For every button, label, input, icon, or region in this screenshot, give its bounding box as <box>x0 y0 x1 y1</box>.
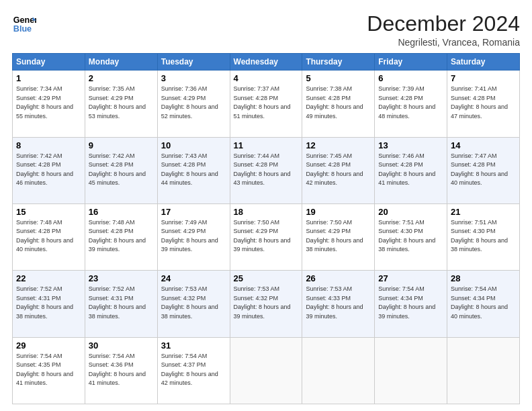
day-info: Sunrise: 7:42 AMSunset: 4:28 PMDaylight:… <box>89 152 146 187</box>
col-friday: Friday <box>375 54 447 71</box>
calendar-row: 22Sunrise: 7:52 AMSunset: 4:31 PMDayligh… <box>13 271 520 337</box>
day-info: Sunrise: 7:54 AMSunset: 4:34 PMDaylight:… <box>378 285 435 320</box>
table-row: 14Sunrise: 7:47 AMSunset: 4:28 PMDayligh… <box>447 137 520 203</box>
table-row: 6Sunrise: 7:39 AMSunset: 4:28 PMDaylight… <box>375 71 447 137</box>
day-number: 14 <box>451 140 516 150</box>
table-row: 30Sunrise: 7:54 AMSunset: 4:36 PMDayligh… <box>85 337 157 404</box>
day-info: Sunrise: 7:44 AMSunset: 4:28 PMDaylight:… <box>234 152 291 187</box>
calendar-row: 29Sunrise: 7:54 AMSunset: 4:35 PMDayligh… <box>13 337 520 404</box>
day-info: Sunrise: 7:46 AMSunset: 4:28 PMDaylight:… <box>378 152 435 187</box>
day-number: 12 <box>306 140 371 150</box>
day-number: 10 <box>161 140 226 150</box>
table-row: 16Sunrise: 7:48 AMSunset: 4:28 PMDayligh… <box>85 203 157 270</box>
table-row: 13Sunrise: 7:46 AMSunset: 4:28 PMDayligh… <box>375 137 447 203</box>
col-saturday: Saturday <box>447 54 520 71</box>
table-row: 25Sunrise: 7:53 AMSunset: 4:32 PMDayligh… <box>230 271 302 337</box>
day-info: Sunrise: 7:37 AMSunset: 4:28 PMDaylight:… <box>234 85 291 120</box>
day-number: 3 <box>161 73 226 83</box>
calendar-table: Sunday Monday Tuesday Wednesday Thursday… <box>12 53 520 404</box>
day-number: 18 <box>234 207 299 217</box>
day-number: 27 <box>378 273 443 283</box>
day-number: 9 <box>89 140 154 150</box>
table-row: 28Sunrise: 7:54 AMSunset: 4:34 PMDayligh… <box>447 271 520 337</box>
day-info: Sunrise: 7:36 AMSunset: 4:29 PMDaylight:… <box>161 85 218 120</box>
day-info: Sunrise: 7:52 AMSunset: 4:31 PMDaylight:… <box>89 285 146 320</box>
day-number: 15 <box>16 207 81 217</box>
day-info: Sunrise: 7:54 AMSunset: 4:37 PMDaylight:… <box>161 353 218 387</box>
day-info: Sunrise: 7:35 AMSunset: 4:29 PMDaylight:… <box>89 85 146 120</box>
day-info: Sunrise: 7:52 AMSunset: 4:31 PMDaylight:… <box>16 285 73 320</box>
day-info: Sunrise: 7:41 AMSunset: 4:28 PMDaylight:… <box>451 85 508 120</box>
day-number: 16 <box>89 207 154 217</box>
table-row: 31Sunrise: 7:54 AMSunset: 4:37 PMDayligh… <box>157 337 230 404</box>
day-number: 1 <box>16 73 81 83</box>
table-row: 7Sunrise: 7:41 AMSunset: 4:28 PMDaylight… <box>447 71 520 137</box>
table-row: 17Sunrise: 7:49 AMSunset: 4:29 PMDayligh… <box>157 203 230 270</box>
day-info: Sunrise: 7:50 AMSunset: 4:29 PMDaylight:… <box>306 219 363 253</box>
day-info: Sunrise: 7:54 AMSunset: 4:36 PMDaylight:… <box>89 353 146 387</box>
table-row: 4Sunrise: 7:37 AMSunset: 4:28 PMDaylight… <box>230 71 302 137</box>
col-wednesday: Wednesday <box>230 54 302 71</box>
day-info: Sunrise: 7:51 AMSunset: 4:30 PMDaylight:… <box>451 219 508 253</box>
day-number: 8 <box>16 140 81 150</box>
day-number: 30 <box>89 340 154 351</box>
table-row: 27Sunrise: 7:54 AMSunset: 4:34 PMDayligh… <box>375 271 447 337</box>
day-number: 7 <box>451 73 516 83</box>
title-block: December 2024 Negrilesti, Vrancea, Roman… <box>367 12 520 48</box>
day-info: Sunrise: 7:45 AMSunset: 4:28 PMDaylight:… <box>306 152 363 187</box>
table-row: 3Sunrise: 7:36 AMSunset: 4:29 PMDaylight… <box>157 71 230 137</box>
table-row: 11Sunrise: 7:44 AMSunset: 4:28 PMDayligh… <box>230 137 302 203</box>
table-row: 15Sunrise: 7:48 AMSunset: 4:28 PMDayligh… <box>13 203 85 270</box>
calendar-body: 1Sunrise: 7:34 AMSunset: 4:29 PMDaylight… <box>13 71 520 404</box>
page: General Blue December 2024 Negrilesti, V… <box>0 0 532 411</box>
day-number: 5 <box>306 73 371 83</box>
day-info: Sunrise: 7:49 AMSunset: 4:29 PMDaylight:… <box>161 219 218 253</box>
day-info: Sunrise: 7:47 AMSunset: 4:28 PMDaylight:… <box>451 152 508 187</box>
table-row: 8Sunrise: 7:42 AMSunset: 4:28 PMDaylight… <box>13 137 85 203</box>
day-info: Sunrise: 7:54 AMSunset: 4:34 PMDaylight:… <box>451 285 508 320</box>
day-info: Sunrise: 7:48 AMSunset: 4:28 PMDaylight:… <box>89 219 146 253</box>
table-row <box>230 337 302 404</box>
col-sunday: Sunday <box>13 54 85 71</box>
col-monday: Monday <box>85 54 157 71</box>
calendar-row: 8Sunrise: 7:42 AMSunset: 4:28 PMDaylight… <box>13 137 520 203</box>
day-number: 21 <box>451 207 516 217</box>
day-info: Sunrise: 7:50 AMSunset: 4:29 PMDaylight:… <box>234 219 291 253</box>
table-row: 23Sunrise: 7:52 AMSunset: 4:31 PMDayligh… <box>85 271 157 337</box>
table-row: 10Sunrise: 7:43 AMSunset: 4:28 PMDayligh… <box>157 137 230 203</box>
table-row: 9Sunrise: 7:42 AMSunset: 4:28 PMDaylight… <box>85 137 157 203</box>
day-info: Sunrise: 7:48 AMSunset: 4:28 PMDaylight:… <box>16 219 73 253</box>
day-info: Sunrise: 7:43 AMSunset: 4:28 PMDaylight:… <box>161 152 218 187</box>
day-number: 26 <box>306 273 371 283</box>
subtitle: Negrilesti, Vrancea, Romania <box>367 37 520 48</box>
day-number: 24 <box>161 273 226 283</box>
day-info: Sunrise: 7:39 AMSunset: 4:28 PMDaylight:… <box>378 85 435 120</box>
day-number: 22 <box>16 273 81 283</box>
day-info: Sunrise: 7:53 AMSunset: 4:32 PMDaylight:… <box>161 285 218 320</box>
calendar-row: 15Sunrise: 7:48 AMSunset: 4:28 PMDayligh… <box>13 203 520 270</box>
day-number: 31 <box>161 340 226 351</box>
table-row: 20Sunrise: 7:51 AMSunset: 4:30 PMDayligh… <box>375 203 447 270</box>
day-number: 17 <box>161 207 226 217</box>
day-number: 25 <box>234 273 299 283</box>
day-number: 28 <box>451 273 516 283</box>
table-row <box>375 337 447 404</box>
day-info: Sunrise: 7:53 AMSunset: 4:33 PMDaylight:… <box>306 285 363 320</box>
day-number: 23 <box>89 273 154 283</box>
day-info: Sunrise: 7:34 AMSunset: 4:29 PMDaylight:… <box>16 85 73 120</box>
main-title: December 2024 <box>367 12 520 36</box>
table-row: 2Sunrise: 7:35 AMSunset: 4:29 PMDaylight… <box>85 71 157 137</box>
calendar-row: 1Sunrise: 7:34 AMSunset: 4:29 PMDaylight… <box>13 71 520 137</box>
generalblue-logo-icon: General Blue <box>12 12 36 36</box>
day-info: Sunrise: 7:53 AMSunset: 4:32 PMDaylight:… <box>234 285 291 320</box>
table-row: 21Sunrise: 7:51 AMSunset: 4:30 PMDayligh… <box>447 203 520 270</box>
day-number: 29 <box>16 340 81 351</box>
col-tuesday: Tuesday <box>157 54 230 71</box>
day-number: 19 <box>306 207 371 217</box>
day-info: Sunrise: 7:51 AMSunset: 4:30 PMDaylight:… <box>378 219 435 253</box>
day-number: 20 <box>378 207 443 217</box>
svg-text:Blue: Blue <box>13 24 32 34</box>
table-row: 22Sunrise: 7:52 AMSunset: 4:31 PMDayligh… <box>13 271 85 337</box>
day-number: 13 <box>378 140 443 150</box>
table-row: 5Sunrise: 7:38 AMSunset: 4:28 PMDaylight… <box>302 71 375 137</box>
